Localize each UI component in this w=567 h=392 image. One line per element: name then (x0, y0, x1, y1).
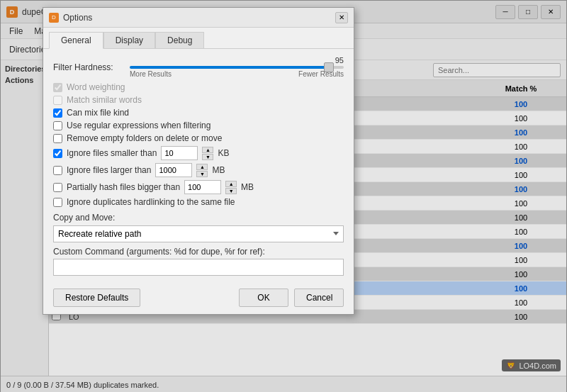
slider-min-label: More Results (130, 70, 172, 78)
custom-command-input[interactable] (53, 259, 344, 276)
partial-hash-row: Partially hash files bigger than ▲ ▼ MB (53, 180, 344, 194)
ok-button[interactable]: OK (239, 289, 288, 307)
ignore-hardlinks-label: Ignore duplicates hardlinking to the sam… (67, 197, 235, 207)
tab-debug[interactable]: Debug (155, 32, 204, 48)
ignore-larger-spinbox: ▲ ▼ (196, 164, 208, 177)
dialog-body: Filter Hardness: 95 More Results Fewer R… (43, 49, 354, 283)
ignore-smaller-spinbox: ▲ ▼ (202, 147, 213, 160)
dialog-overlay: D Options ✕ General Display Debug Filter… (0, 0, 567, 392)
match-similar-row: Match similar words (53, 95, 344, 105)
partial-hash-unit: MB (241, 182, 254, 192)
slider-labels: More Results Fewer Results (130, 70, 344, 78)
dialog-icon: D (49, 13, 59, 23)
dialog-close-button[interactable]: ✕ (335, 12, 348, 23)
ignore-smaller-label: Ignore files smaller than (67, 148, 157, 158)
partial-hash-label: Partially hash files bigger than (67, 182, 180, 192)
footer-right-buttons: OK Cancel (239, 289, 344, 307)
can-mix-checkbox[interactable] (53, 108, 62, 118)
use-regex-row: Use regular expressions when filtering (53, 121, 344, 130)
slider-container: 95 More Results Fewer Results (130, 56, 344, 78)
remove-empty-row: Remove empty folders on delete or move (53, 133, 344, 143)
match-similar-label: Match similar words (67, 95, 142, 105)
filter-hardness-row: Filter Hardness: 95 More Results Fewer R… (53, 56, 344, 78)
dialog-footer: Restore Defaults OK Cancel (43, 283, 354, 314)
ignore-larger-input[interactable] (155, 163, 192, 177)
ignore-larger-checkbox[interactable] (53, 166, 62, 175)
partial-hash-input[interactable] (184, 180, 221, 194)
ignore-larger-spin-down[interactable]: ▼ (196, 171, 208, 177)
ignore-smaller-row: Ignore files smaller than ▲ ▼ KB (53, 146, 344, 160)
options-dialog: D Options ✕ General Display Debug Filter… (43, 7, 354, 315)
ignore-smaller-spin-down[interactable]: ▼ (202, 154, 213, 160)
ignore-larger-spin-up[interactable]: ▲ (196, 164, 208, 170)
use-regex-label: Use regular expressions when filtering (67, 121, 210, 130)
use-regex-checkbox[interactable] (53, 121, 62, 130)
word-weighting-row: Word weighting (53, 82, 344, 92)
copy-move-select[interactable]: Recreate relative path Recreate absolute… (53, 225, 344, 242)
can-mix-label: Can mix file kind (67, 108, 129, 118)
ignore-smaller-input[interactable] (161, 146, 198, 160)
slider-max-label: Fewer Results (298, 70, 344, 78)
partial-hash-spin-up[interactable]: ▲ (225, 181, 237, 187)
ignore-smaller-checkbox[interactable] (53, 149, 62, 158)
ignore-larger-unit: MB (212, 165, 225, 175)
tab-general[interactable]: General (49, 32, 103, 49)
match-similar-checkbox[interactable] (53, 96, 62, 105)
dialog-tabs: General Display Debug (43, 28, 354, 49)
remove-empty-checkbox[interactable] (53, 134, 62, 143)
ignore-larger-label: Ignore files larger than (67, 165, 151, 175)
dialog-title: Options (63, 13, 331, 23)
ignore-larger-row: Ignore files larger than ▲ ▼ MB (53, 163, 344, 177)
partial-hash-checkbox[interactable] (53, 183, 62, 192)
ignore-smaller-unit: KB (218, 148, 229, 158)
ignore-hardlinks-row: Ignore duplicates hardlinking to the sam… (53, 197, 344, 207)
restore-defaults-button[interactable]: Restore Defaults (53, 289, 140, 307)
partial-hash-spin-down[interactable]: ▼ (225, 188, 237, 194)
custom-command-label: Custom Command (arguments: %d for dupe, … (53, 247, 344, 257)
word-weighting-checkbox[interactable] (53, 83, 62, 92)
dialog-titlebar: D Options ✕ (43, 8, 354, 28)
can-mix-row: Can mix file kind (53, 108, 344, 118)
filter-hardness-slider[interactable] (130, 66, 344, 69)
copy-move-label: Copy and Move: (53, 213, 344, 223)
filter-hardness-label: Filter Hardness: (53, 62, 124, 72)
ignore-smaller-spin-up[interactable]: ▲ (202, 147, 213, 153)
partial-hash-spinbox: ▲ ▼ (225, 181, 237, 194)
tab-display[interactable]: Display (103, 32, 155, 48)
remove-empty-label: Remove empty folders on delete or move (67, 133, 222, 143)
word-weighting-label: Word weighting (67, 82, 125, 92)
cancel-button[interactable]: Cancel (294, 289, 344, 307)
ignore-hardlinks-checkbox[interactable] (53, 198, 62, 207)
